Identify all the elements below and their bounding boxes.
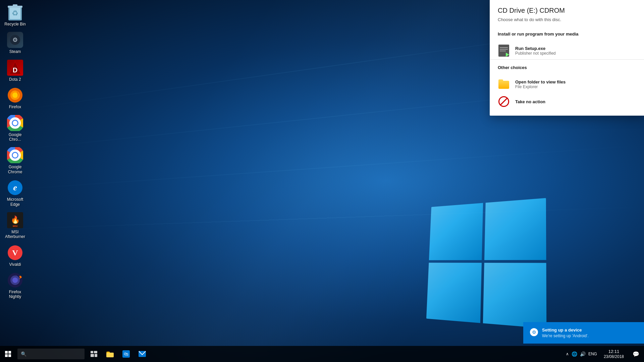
light-streak-3 xyxy=(1,145,643,191)
dota2-icon: D xyxy=(7,60,23,76)
taskbar-file-explorer[interactable] xyxy=(102,346,118,362)
taskbar: 🔍 🛍 xyxy=(0,346,644,362)
start-button[interactable] xyxy=(0,346,16,362)
svg-rect-3 xyxy=(13,4,17,6)
desktop-icon-dota2[interactable]: D Dota 2 xyxy=(2,57,29,84)
desktop-icon-google-chrome[interactable]: Google Chrome xyxy=(2,144,29,177)
recycle-bin-label: Recycle Bin xyxy=(4,22,25,26)
firefox-nightly-label: Firefox Nightly xyxy=(3,290,27,299)
desktop-icon-firefox[interactable]: Firefox xyxy=(2,84,29,112)
svg-rect-33 xyxy=(91,351,93,353)
open-folder-text: Open folder to view files File Explorer xyxy=(515,79,566,89)
desktop: ♻ Recycle Bin ⚙ Steam xyxy=(0,0,644,362)
popup-section1-header: Install or run program from your media xyxy=(490,30,644,42)
desktop-icon-vivaldi[interactable]: V Vivaldi xyxy=(2,242,29,269)
start-pane-1 xyxy=(5,351,8,354)
run-setup-subtitle: Publisher not specified xyxy=(515,51,556,56)
task-view-button[interactable] xyxy=(86,346,102,362)
svg-text:🔥: 🔥 xyxy=(11,215,20,224)
svg-text:e: e xyxy=(13,183,17,192)
svg-rect-29 xyxy=(500,47,508,48)
light-streak-4 xyxy=(0,206,644,230)
taskbar-right: ∧ 🌐 🔊 ENG 12:11 23/08/2018 💬 xyxy=(563,346,644,362)
svg-point-27 xyxy=(12,278,18,283)
popup-section2-title: Other choices xyxy=(498,65,636,70)
open-folder-icon xyxy=(498,78,510,90)
notification-gear-icon: ⚙ xyxy=(530,328,538,336)
desktop-icon-google-chro[interactable]: Google Chro... xyxy=(2,112,29,145)
msi-afterburner-label: MSI Afterburner xyxy=(3,230,27,239)
svg-point-14 xyxy=(13,121,17,125)
vivaldi-label: Vivaldi xyxy=(9,262,21,267)
win-pane-3 xyxy=(426,263,482,323)
search-icon: 🔍 xyxy=(21,351,26,357)
desktop-icon-steam[interactable]: ⚙ Steam xyxy=(2,29,29,57)
google-chrome-icon xyxy=(7,147,23,163)
desktop-icons: ♻ Recycle Bin ⚙ Steam xyxy=(0,0,30,304)
svg-rect-35 xyxy=(91,354,94,357)
open-folder-title: Open folder to view files xyxy=(515,79,566,84)
google-chrome-label: Google Chrome xyxy=(3,165,27,174)
steam-icon: ⚙ xyxy=(7,32,23,48)
popup-header: CD Drive (E:) CDROM Choose what to do wi… xyxy=(490,0,644,30)
svg-text:MSI: MSI xyxy=(13,225,17,228)
system-tray-icons: ∧ 🌐 🔊 ENG xyxy=(563,351,600,357)
autoplay-popup: CD Drive (E:) CDROM Choose what to do wi… xyxy=(490,0,644,116)
notification-text: Setting up a device We're setting up 'An… xyxy=(542,327,637,338)
start-pane-4 xyxy=(8,354,11,357)
popup-subtitle: Choose what to do with this disc. xyxy=(498,17,636,22)
run-setup-item[interactable]: Run Setup.exe Publisher not specified xyxy=(490,42,644,59)
run-setup-text: Run Setup.exe Publisher not specified xyxy=(515,46,556,56)
svg-rect-31 xyxy=(500,51,506,51)
volume-icon[interactable]: 🔊 xyxy=(580,351,586,357)
svg-text:⚙: ⚙ xyxy=(12,37,18,43)
popup-divider xyxy=(490,59,644,60)
open-folder-item[interactable]: Open folder to view files File Explorer xyxy=(490,75,644,93)
show-hidden-icons[interactable]: ∧ xyxy=(566,352,569,356)
svg-text:D: D xyxy=(13,66,17,74)
taskbar-store[interactable]: 🛍 xyxy=(118,346,134,362)
taskbar-mail[interactable] xyxy=(134,346,150,362)
steam-label: Steam xyxy=(9,49,21,54)
desktop-icon-msi-afterburner[interactable]: 🔥 MSI MSI Afterburner xyxy=(2,209,29,242)
windows-logo xyxy=(423,201,543,322)
run-setup-title: Run Setup.exe xyxy=(515,46,556,51)
google-chro-label: Google Chro... xyxy=(9,132,22,142)
desktop-icon-recycle-bin[interactable]: ♻ Recycle Bin xyxy=(2,2,29,29)
start-icon xyxy=(5,351,11,357)
device-notification[interactable]: ⚙ Setting up a device We're setting up '… xyxy=(523,322,644,344)
svg-rect-36 xyxy=(95,354,97,357)
clock-time: 12:11 xyxy=(608,349,620,354)
svg-rect-37 xyxy=(106,353,114,357)
popup-title: CD Drive (E:) CDROM xyxy=(498,7,636,14)
take-no-action-item[interactable]: Take no action xyxy=(490,93,644,110)
network-icon[interactable]: 🌐 xyxy=(572,351,577,357)
start-pane-2 xyxy=(8,351,11,354)
msi-afterburner-icon: 🔥 MSI xyxy=(7,212,23,228)
win-pane-4 xyxy=(483,263,546,328)
svg-text:♻: ♻ xyxy=(12,9,18,17)
take-no-action-title: Take no action xyxy=(515,99,545,104)
vivaldi-icon: V xyxy=(7,245,23,261)
start-pane-3 xyxy=(5,354,8,357)
firefox-label: Firefox xyxy=(9,105,21,109)
firefox-icon xyxy=(7,87,23,103)
svg-point-11 xyxy=(12,93,18,98)
desktop-icon-firefox-nightly[interactable]: Firefox Nightly xyxy=(2,269,29,302)
microsoft-edge-label: Microsoft Edge xyxy=(3,197,27,207)
run-setup-icon xyxy=(498,45,510,57)
firefox-nightly-icon xyxy=(7,272,23,288)
svg-point-17 xyxy=(13,153,17,158)
taskbar-search[interactable]: 🔍 xyxy=(17,349,85,359)
taskbar-clock[interactable]: 12:11 23/08/2018 xyxy=(600,346,628,362)
language-label: ENG xyxy=(588,352,597,356)
svg-text:🛍: 🛍 xyxy=(124,351,128,357)
action-center-button[interactable]: 💬 xyxy=(628,346,644,362)
clock-date: 23/08/2018 xyxy=(604,354,624,359)
take-no-action-text: Take no action xyxy=(515,99,545,104)
svg-rect-34 xyxy=(94,351,97,353)
win-pane-1 xyxy=(429,203,483,260)
svg-text:V: V xyxy=(12,248,18,257)
desktop-icon-microsoft-edge[interactable]: e Microsoft Edge xyxy=(2,177,29,209)
popup-section1-title: Install or run program from your media xyxy=(498,32,636,37)
